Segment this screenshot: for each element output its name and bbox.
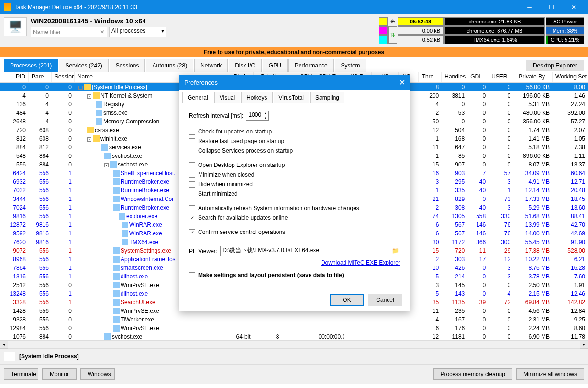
preferences-dialog: Preferences ✕ GeneralVisualHotkeysVirusT…: [179, 75, 410, 311]
tab-autoruns-[interactable]: Autoruns (28): [146, 59, 193, 72]
tree-expander[interactable]: -: [87, 94, 91, 99]
process-icon: [119, 213, 125, 220]
process-icon: [113, 265, 120, 271]
check-updates-checkbox[interactable]: [189, 129, 195, 135]
process-icon: [84, 84, 91, 90]
dialog-tab-hotkeys[interactable]: Hotkeys: [241, 92, 272, 103]
column-header[interactable]: USER...: [488, 72, 513, 82]
name-filter-input[interactable]: Name filter✕: [31, 27, 107, 37]
column-header[interactable]: Pare...: [29, 72, 52, 82]
column-header[interactable]: Thre...: [419, 72, 442, 82]
tab-system[interactable]: System: [335, 59, 366, 72]
process-icon: [113, 196, 120, 202]
process-icon: [113, 273, 120, 280]
tree-expander[interactable]: -: [104, 163, 109, 167]
refresh-interval-input[interactable]: 1000▴▾: [246, 111, 269, 121]
tree-expander[interactable]: -: [113, 215, 117, 219]
process-icon: [96, 118, 102, 125]
tab-network[interactable]: Network: [194, 59, 228, 72]
process-row[interactable]: 93285560TiWorker.exe4167002.31 MB9.25: [0, 315, 588, 324]
process-icon: [93, 92, 100, 99]
process-icon: [113, 204, 120, 211]
computer-name: WIN202008161345 - Windows 10 x64: [31, 17, 375, 25]
cancel-button[interactable]: Cancel: [368, 294, 402, 306]
column-header[interactable]: Handles: [442, 72, 467, 82]
column-header[interactable]: Private By...: [513, 72, 553, 82]
process-icon: [104, 333, 111, 340]
column-header[interactable]: GDI ...: [467, 72, 488, 82]
open-explorer-checkbox[interactable]: [189, 162, 195, 168]
tree-expander[interactable]: -: [78, 86, 83, 90]
dialog-tab-virustotal[interactable]: VirusTotal: [274, 92, 309, 103]
refresh-interval-label: Refresh interval [ms]:: [189, 112, 243, 119]
confirm-service-checkbox[interactable]: ✓: [189, 229, 195, 235]
process-row[interactable]: 10768840svchost.exe64-bit800:00:00.03112…: [0, 333, 588, 340]
process-icon: [113, 187, 120, 194]
scroll-right-button[interactable]: ▸: [580, 341, 588, 349]
ok-button[interactable]: OK: [330, 294, 364, 306]
process-icon: [113, 170, 120, 177]
stat-io-read: 0.00 kB: [398, 26, 444, 35]
start-minimized-checkbox[interactable]: [189, 191, 195, 197]
dialog-close-button[interactable]: ✕: [399, 78, 405, 87]
close-button[interactable]: ✕: [563, 0, 584, 14]
persist-settings-checkbox[interactable]: [189, 272, 195, 278]
column-header[interactable]: Session: [52, 72, 75, 82]
desktop-explorer-button[interactable]: Desktop Explorer: [526, 60, 584, 71]
tree-expander[interactable]: -: [87, 137, 91, 142]
dialog-tab-general[interactable]: General: [182, 92, 213, 103]
pe-viewer-label: PE Viewer:: [189, 248, 217, 255]
process-icon: [122, 239, 128, 245]
tab-performance[interactable]: Performance: [288, 59, 334, 72]
scroll-left-button[interactable]: ◂: [0, 341, 8, 349]
browse-icon[interactable]: 📁: [392, 247, 399, 254]
stat-square-magenta: [379, 26, 388, 35]
download-exe-explorer-link[interactable]: Download MiTeC EXE Explorer: [321, 259, 400, 266]
tree-expander[interactable]: -: [96, 146, 100, 150]
process-row[interactable]: 129845560WmiPrvSE.exe6176002.24 MB8.60: [0, 324, 588, 333]
stat-square-cyan: [379, 35, 388, 44]
column-header[interactable]: Working Set: [553, 72, 588, 82]
process-icon: [113, 247, 120, 254]
pe-viewer-input[interactable]: D:\微当下载\TMX-v3.7.0.0\EXE64.exe📁: [220, 246, 400, 256]
computer-icon: 🖥️: [4, 17, 27, 36]
tab-gpu[interactable]: GPU: [263, 59, 288, 72]
minimize-closed-checkbox[interactable]: [189, 172, 195, 178]
stat-cpu: CPU: 5.21%: [546, 35, 584, 44]
process-icon: [113, 256, 120, 263]
memory-cleanup-button[interactable]: Process memory cleanup: [433, 368, 512, 380]
restore-page-checkbox[interactable]: [189, 138, 195, 144]
minimize-all-button[interactable]: Minimize all windows: [516, 368, 584, 380]
tab-disk-i-o[interactable]: Disk I/O: [229, 59, 262, 72]
auto-refresh-checkbox[interactable]: [189, 205, 195, 211]
column-header[interactable]: PID: [0, 72, 29, 82]
maximize-button[interactable]: ☐: [541, 0, 562, 14]
tab-sessions[interactable]: Sessions: [110, 59, 145, 72]
process-icon: [113, 290, 120, 297]
dialog-tab-sampling[interactable]: Sampling: [310, 92, 344, 103]
windows-button[interactable]: Windows: [80, 368, 115, 380]
monitor-button[interactable]: Monitor: [42, 368, 77, 380]
toolbar: 🖥️ WIN202008161345 - Windows 10 x64 Name…: [0, 14, 588, 47]
dialog-titlebar[interactable]: Preferences ✕: [179, 75, 410, 90]
collapse-services-checkbox[interactable]: [189, 148, 195, 154]
process-icon: [113, 178, 120, 185]
hide-minimized-checkbox[interactable]: [189, 181, 195, 188]
tab-processes-[interactable]: Processes (201): [4, 59, 58, 72]
process-icon: [113, 282, 120, 288]
minimize-button[interactable]: ─: [519, 0, 540, 14]
status-bar: [System Idle Process]: [0, 348, 588, 364]
stat-square-yellow: [379, 17, 388, 26]
titlebar[interactable]: Task Manager DeLuxe x64 - 2020/9/18 20:1…: [0, 0, 588, 14]
dialog-title: Preferences: [184, 79, 399, 86]
tab-services-[interactable]: Services (242): [59, 59, 108, 72]
search-updates-checkbox[interactable]: ✓: [189, 215, 195, 221]
dialog-tab-visual[interactable]: Visual: [214, 92, 240, 103]
process-icon: [122, 222, 128, 228]
spinner-icon: ✳: [388, 17, 397, 26]
process-filter-select[interactable]: All processes: [109, 27, 166, 37]
horizontal-scrollbar[interactable]: ◂ ▸: [0, 340, 588, 348]
stat-power: AC Power: [546, 17, 584, 26]
terminate-button[interactable]: Terminate: [4, 368, 38, 380]
stat-mem-proc: chrome.exe: 876.77 MB: [444, 26, 545, 35]
